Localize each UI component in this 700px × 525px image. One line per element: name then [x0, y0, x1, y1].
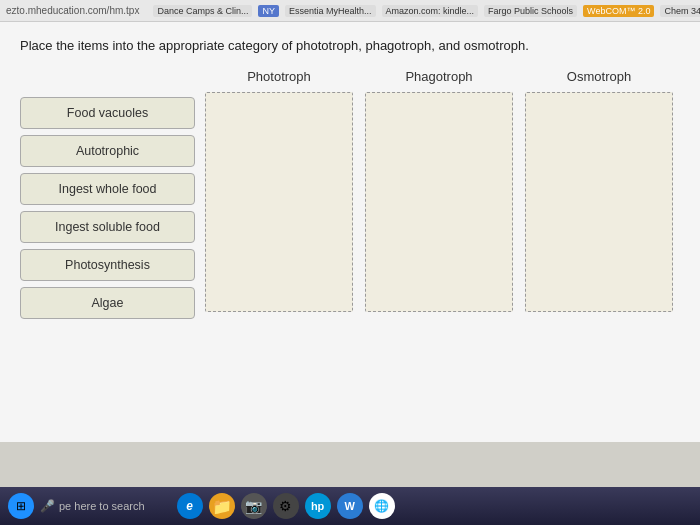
windows-start-button[interactable]: ⊞ — [8, 493, 34, 519]
phototroph-dropzone[interactable] — [205, 92, 353, 312]
osmotroph-column: Osmotroph — [525, 69, 673, 312]
bookmark-webcom[interactable]: WebCOM™ 2.0 — [583, 5, 654, 17]
phagotroph-dropzone[interactable] — [365, 92, 513, 312]
taskbar-word-icon[interactable]: W — [337, 493, 363, 519]
url-bar[interactable]: ezto.mheducation.com/hm.tpx — [6, 5, 139, 16]
drag-item-photosynthesis[interactable]: Photosynthesis — [20, 249, 195, 281]
drop-zones-container: Phototroph Phagotroph Osmotroph — [205, 69, 673, 312]
drag-item-ingest-soluble-food[interactable]: Ingest soluble food — [20, 211, 195, 243]
browser-bar: ezto.mheducation.com/hm.tpx Dance Camps … — [0, 0, 700, 22]
bookmark-ny[interactable]: NY — [258, 5, 279, 17]
instructions-text: Place the items into the appropriate cat… — [20, 38, 680, 53]
taskbar-icon-separator — [151, 493, 171, 519]
phototroph-column: Phototroph — [205, 69, 353, 312]
phagotroph-column: Phagotroph — [365, 69, 513, 312]
taskbar-camera-icon[interactable]: 📷 — [241, 493, 267, 519]
items-panel: Food vacuoles Autotrophic Ingest whole f… — [20, 69, 195, 319]
taskbar-chrome-icon[interactable]: 🌐 — [369, 493, 395, 519]
taskbar-edge-icon[interactable]: e — [177, 493, 203, 519]
drag-item-autotrophic[interactable]: Autotrophic — [20, 135, 195, 167]
main-content: Place the items into the appropriate cat… — [0, 22, 700, 442]
bookmark-fargo[interactable]: Fargo Public Schools — [484, 5, 577, 17]
taskbar-misc-icon[interactable]: ⚙ — [273, 493, 299, 519]
taskbar: ⊞ 🎤 pe here to search e 📁 📷 ⚙ hp W 🌐 — [0, 487, 700, 525]
bookmark-dance[interactable]: Dance Camps & Clin... — [153, 5, 252, 17]
drag-item-algae[interactable]: Algae — [20, 287, 195, 319]
drag-area: Food vacuoles Autotrophic Ingest whole f… — [20, 69, 680, 319]
drag-item-ingest-whole-food[interactable]: Ingest whole food — [20, 173, 195, 205]
bookmark-essentia[interactable]: Essentia MyHealth... — [285, 5, 376, 17]
taskbar-search-area: 🎤 pe here to search — [40, 499, 145, 513]
bookmark-chem[interactable]: Chem 341 Organic C... — [660, 5, 700, 17]
microphone-icon: 🎤 — [40, 499, 55, 513]
taskbar-hp-icon[interactable]: hp — [305, 493, 331, 519]
taskbar-folder-icon[interactable]: 📁 — [209, 493, 235, 519]
osmotroph-label: Osmotroph — [567, 69, 631, 84]
bookmark-amazon[interactable]: Amazon.com: kindle... — [382, 5, 479, 17]
drag-item-food-vacuoles[interactable]: Food vacuoles — [20, 97, 195, 129]
osmotroph-dropzone[interactable] — [525, 92, 673, 312]
phagotroph-label: Phagotroph — [405, 69, 472, 84]
taskbar-search-text[interactable]: pe here to search — [59, 500, 145, 512]
phototroph-label: Phototroph — [247, 69, 311, 84]
